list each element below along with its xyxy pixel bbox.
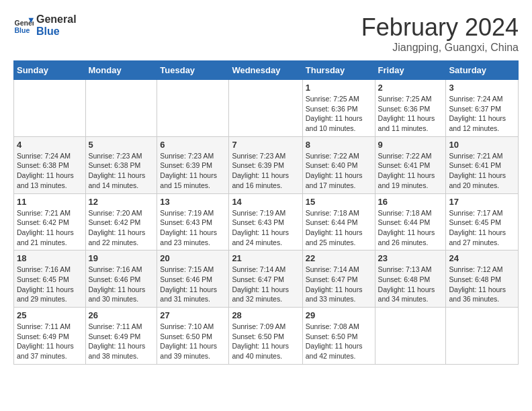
calendar-cell: 26Sunrise: 7:11 AM Sunset: 6:49 PM Dayli… xyxy=(85,308,157,365)
day-info: Sunrise: 7:19 AM Sunset: 6:43 PM Dayligh… xyxy=(232,208,299,248)
calendar-cell xyxy=(14,80,86,137)
main-title: February 2024 xyxy=(361,13,519,42)
calendar-cell: 27Sunrise: 7:10 AM Sunset: 6:50 PM Dayli… xyxy=(157,308,229,365)
calendar-cell: 24Sunrise: 7:12 AM Sunset: 6:48 PM Dayli… xyxy=(446,250,519,308)
weekday-header-friday: Friday xyxy=(375,61,446,80)
subtitle: Jiangping, Guangxi, China xyxy=(361,42,519,54)
calendar-cell: 20Sunrise: 7:15 AM Sunset: 6:46 PM Dayli… xyxy=(157,250,229,308)
weekday-header-wednesday: Wednesday xyxy=(229,61,302,80)
day-number: 6 xyxy=(160,140,226,150)
day-info: Sunrise: 7:21 AM Sunset: 6:41 PM Dayligh… xyxy=(449,151,515,191)
day-info: Sunrise: 7:14 AM Sunset: 6:47 PM Dayligh… xyxy=(232,265,299,304)
day-info: Sunrise: 7:18 AM Sunset: 6:44 PM Dayligh… xyxy=(378,208,443,248)
day-number: 20 xyxy=(160,253,226,263)
day-number: 12 xyxy=(89,197,154,207)
day-info: Sunrise: 7:08 AM Sunset: 6:50 PM Dayligh… xyxy=(306,322,372,361)
calendar-table: SundayMondayTuesdayWednesdayThursdayFrid… xyxy=(13,60,519,365)
day-info: Sunrise: 7:16 AM Sunset: 6:46 PM Dayligh… xyxy=(89,265,154,304)
day-number: 18 xyxy=(17,253,83,263)
day-info: Sunrise: 7:22 AM Sunset: 6:41 PM Dayligh… xyxy=(378,151,443,191)
calendar-cell: 7Sunrise: 7:23 AM Sunset: 6:39 PM Daylig… xyxy=(229,136,302,193)
day-info: Sunrise: 7:23 AM Sunset: 6:38 PM Dayligh… xyxy=(89,151,154,191)
weekday-header-thursday: Thursday xyxy=(302,61,375,80)
calendar-week-3: 18Sunrise: 7:16 AM Sunset: 6:45 PM Dayli… xyxy=(14,250,519,308)
day-info: Sunrise: 7:18 AM Sunset: 6:44 PM Dayligh… xyxy=(306,208,372,248)
day-number: 26 xyxy=(89,310,154,320)
calendar-cell: 12Sunrise: 7:20 AM Sunset: 6:42 PM Dayli… xyxy=(85,193,157,250)
calendar-cell: 17Sunrise: 7:17 AM Sunset: 6:45 PM Dayli… xyxy=(446,193,519,250)
day-number: 4 xyxy=(17,140,83,150)
day-number: 14 xyxy=(232,197,299,207)
logo-icon: General Blue xyxy=(13,15,34,36)
title-section: February 2024 Jiangping, Guangxi, China xyxy=(361,13,519,54)
weekday-header-sunday: Sunday xyxy=(14,61,86,80)
weekday-header-row: SundayMondayTuesdayWednesdayThursdayFrid… xyxy=(14,61,519,80)
calendar-cell xyxy=(375,308,446,365)
day-number: 1 xyxy=(306,83,372,93)
day-info: Sunrise: 7:12 AM Sunset: 6:48 PM Dayligh… xyxy=(449,265,515,304)
day-info: Sunrise: 7:16 AM Sunset: 6:45 PM Dayligh… xyxy=(17,265,83,304)
day-number: 8 xyxy=(306,140,372,150)
logo-general-text: General xyxy=(36,13,77,26)
day-info: Sunrise: 7:10 AM Sunset: 6:50 PM Dayligh… xyxy=(160,322,226,361)
logo-blue-text: Blue xyxy=(36,26,77,38)
day-info: Sunrise: 7:23 AM Sunset: 6:39 PM Dayligh… xyxy=(232,151,299,191)
calendar-cell xyxy=(85,80,157,137)
weekday-header-monday: Monday xyxy=(85,61,157,80)
day-number: 5 xyxy=(89,140,154,150)
day-number: 2 xyxy=(378,83,443,93)
day-info: Sunrise: 7:15 AM Sunset: 6:46 PM Dayligh… xyxy=(160,265,226,304)
day-number: 11 xyxy=(17,197,83,207)
day-info: Sunrise: 7:09 AM Sunset: 6:50 PM Dayligh… xyxy=(232,322,299,361)
day-info: Sunrise: 7:25 AM Sunset: 6:36 PM Dayligh… xyxy=(306,94,372,134)
logo: General Blue General Blue xyxy=(13,13,77,37)
day-number: 23 xyxy=(378,253,443,263)
calendar-cell: 25Sunrise: 7:11 AM Sunset: 6:49 PM Dayli… xyxy=(14,308,86,365)
day-info: Sunrise: 7:24 AM Sunset: 6:37 PM Dayligh… xyxy=(449,94,515,134)
day-number: 24 xyxy=(449,253,515,263)
day-info: Sunrise: 7:20 AM Sunset: 6:42 PM Dayligh… xyxy=(89,208,154,248)
day-info: Sunrise: 7:11 AM Sunset: 6:49 PM Dayligh… xyxy=(89,322,154,361)
day-info: Sunrise: 7:13 AM Sunset: 6:48 PM Dayligh… xyxy=(378,265,443,304)
calendar-cell: 19Sunrise: 7:16 AM Sunset: 6:46 PM Dayli… xyxy=(85,250,157,308)
calendar-cell: 18Sunrise: 7:16 AM Sunset: 6:45 PM Dayli… xyxy=(14,250,86,308)
calendar-cell: 11Sunrise: 7:21 AM Sunset: 6:42 PM Dayli… xyxy=(14,193,86,250)
day-number: 13 xyxy=(160,197,226,207)
calendar-week-2: 11Sunrise: 7:21 AM Sunset: 6:42 PM Dayli… xyxy=(14,193,519,250)
day-info: Sunrise: 7:24 AM Sunset: 6:38 PM Dayligh… xyxy=(17,151,83,191)
weekday-header-saturday: Saturday xyxy=(446,61,519,80)
day-info: Sunrise: 7:22 AM Sunset: 6:40 PM Dayligh… xyxy=(306,151,372,191)
day-info: Sunrise: 7:14 AM Sunset: 6:47 PM Dayligh… xyxy=(306,265,372,304)
calendar-cell: 29Sunrise: 7:08 AM Sunset: 6:50 PM Dayli… xyxy=(302,308,375,365)
calendar-cell: 10Sunrise: 7:21 AM Sunset: 6:41 PM Dayli… xyxy=(446,136,519,193)
calendar-week-0: 1Sunrise: 7:25 AM Sunset: 6:36 PM Daylig… xyxy=(14,80,519,137)
calendar-cell: 22Sunrise: 7:14 AM Sunset: 6:47 PM Dayli… xyxy=(302,250,375,308)
calendar-cell: 1Sunrise: 7:25 AM Sunset: 6:36 PM Daylig… xyxy=(302,80,375,137)
day-number: 28 xyxy=(232,310,299,320)
calendar-header: SundayMondayTuesdayWednesdayThursdayFrid… xyxy=(14,61,519,80)
calendar-cell: 4Sunrise: 7:24 AM Sunset: 6:38 PM Daylig… xyxy=(14,136,86,193)
calendar-cell: 5Sunrise: 7:23 AM Sunset: 6:38 PM Daylig… xyxy=(85,136,157,193)
day-number: 16 xyxy=(378,197,443,207)
calendar-cell: 14Sunrise: 7:19 AM Sunset: 6:43 PM Dayli… xyxy=(229,193,302,250)
day-number: 9 xyxy=(378,140,443,150)
calendar-cell: 9Sunrise: 7:22 AM Sunset: 6:41 PM Daylig… xyxy=(375,136,446,193)
calendar-week-1: 4Sunrise: 7:24 AM Sunset: 6:38 PM Daylig… xyxy=(14,136,519,193)
calendar-cell: 8Sunrise: 7:22 AM Sunset: 6:40 PM Daylig… xyxy=(302,136,375,193)
calendar-cell xyxy=(157,80,229,137)
day-number: 27 xyxy=(160,310,226,320)
day-info: Sunrise: 7:23 AM Sunset: 6:39 PM Dayligh… xyxy=(160,151,226,191)
day-number: 15 xyxy=(306,197,372,207)
day-number: 10 xyxy=(449,140,515,150)
day-number: 29 xyxy=(306,310,372,320)
day-number: 7 xyxy=(232,140,299,150)
day-number: 17 xyxy=(449,197,515,207)
day-number: 3 xyxy=(449,83,515,93)
calendar-cell: 28Sunrise: 7:09 AM Sunset: 6:50 PM Dayli… xyxy=(229,308,302,365)
calendar-body: 1Sunrise: 7:25 AM Sunset: 6:36 PM Daylig… xyxy=(14,80,519,365)
day-number: 25 xyxy=(17,310,83,320)
calendar-cell: 21Sunrise: 7:14 AM Sunset: 6:47 PM Dayli… xyxy=(229,250,302,308)
day-number: 22 xyxy=(306,253,372,263)
svg-text:Blue: Blue xyxy=(15,26,30,34)
day-info: Sunrise: 7:11 AM Sunset: 6:49 PM Dayligh… xyxy=(17,322,83,361)
